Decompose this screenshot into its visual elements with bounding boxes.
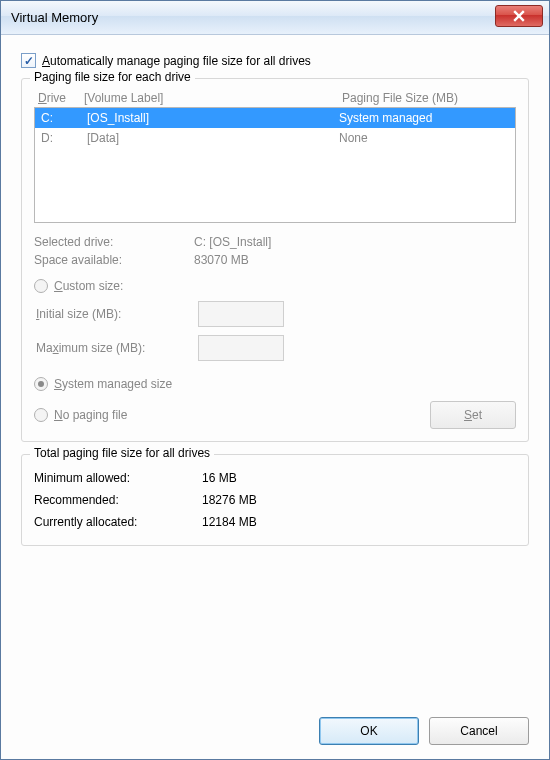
- auto-manage-checkbox[interactable]: ✓: [21, 53, 36, 68]
- space-available-label: Space available:: [34, 253, 194, 267]
- no-paging-label: No paging file: [54, 408, 127, 422]
- drive-info: Selected drive: C: [OS_Install] Space av…: [34, 233, 516, 269]
- set-button[interactable]: Set: [430, 401, 516, 429]
- selected-drive-label: Selected drive:: [34, 235, 194, 249]
- no-paging-radio[interactable]: [34, 408, 48, 422]
- drive-paging-size: System managed: [339, 111, 509, 125]
- minimum-allowed-label: Minimum allowed:: [34, 471, 202, 485]
- window-title: Virtual Memory: [11, 10, 495, 25]
- drive-letter: D:: [41, 131, 87, 145]
- system-managed-label: System managed size: [54, 377, 172, 391]
- currently-allocated-label: Currently allocated:: [34, 515, 202, 529]
- auto-manage-label: Automatically manage paging file size fo…: [42, 54, 311, 68]
- recommended-label: Recommended:: [34, 493, 202, 507]
- drives-fieldset-title: Paging file size for each drive: [30, 70, 195, 84]
- custom-size-radio[interactable]: [34, 279, 48, 293]
- drive-volume-label: [OS_Install]: [87, 111, 339, 125]
- auto-manage-row: ✓ Automatically manage paging file size …: [21, 53, 529, 68]
- drives-fieldset: Paging file size for each drive Drive [V…: [21, 78, 529, 442]
- selected-drive-value: C: [OS_Install]: [194, 235, 516, 249]
- drive-list-header: Drive [Volume Label] Paging File Size (M…: [34, 87, 516, 107]
- header-drive: Drive: [38, 91, 84, 105]
- currently-allocated-value: 12184 MB: [202, 515, 257, 529]
- totals-fieldset-title: Total paging file size for all drives: [30, 446, 214, 460]
- minimum-allowed-value: 16 MB: [202, 471, 237, 485]
- close-button[interactable]: [495, 5, 543, 27]
- no-paging-inner: No paging file: [34, 408, 430, 422]
- cancel-button[interactable]: Cancel: [429, 717, 529, 745]
- dialog-buttons: OK Cancel: [21, 705, 529, 745]
- no-paging-row: No paging file Set: [34, 401, 516, 429]
- initial-size-label: Initial size (MB):: [36, 307, 198, 321]
- custom-size-row: Custom size:: [34, 279, 516, 293]
- space-available-value: 83070 MB: [194, 253, 516, 267]
- drive-row[interactable]: D: [Data] None: [35, 128, 515, 148]
- header-paging-size: Paging File Size (MB): [342, 91, 512, 105]
- maximum-size-row: Maximum size (MB):: [34, 335, 516, 361]
- titlebar: Virtual Memory: [1, 1, 549, 35]
- recommended-value: 18276 MB: [202, 493, 257, 507]
- initial-size-input[interactable]: [198, 301, 284, 327]
- close-icon: [513, 10, 525, 22]
- drive-row[interactable]: C: [OS_Install] System managed: [35, 108, 515, 128]
- initial-size-row: Initial size (MB):: [34, 301, 516, 327]
- custom-size-label: Custom size:: [54, 279, 123, 293]
- header-volume-label: [Volume Label]: [84, 91, 342, 105]
- totals-fieldset: Total paging file size for all drives Mi…: [21, 454, 529, 546]
- virtual-memory-dialog: Virtual Memory ✓ Automatically manage pa…: [0, 0, 550, 760]
- totals-grid: Minimum allowed: 16 MB Recommended: 1827…: [34, 467, 516, 533]
- system-managed-radio[interactable]: [34, 377, 48, 391]
- ok-button[interactable]: OK: [319, 717, 419, 745]
- maximum-size-label: Maximum size (MB):: [36, 341, 198, 355]
- drive-letter: C:: [41, 111, 87, 125]
- dialog-content: ✓ Automatically manage paging file size …: [1, 35, 549, 759]
- drive-volume-label: [Data]: [87, 131, 339, 145]
- drive-paging-size: None: [339, 131, 509, 145]
- system-managed-row: System managed size: [34, 377, 516, 391]
- drive-list[interactable]: C: [OS_Install] System managed D: [Data]…: [34, 107, 516, 223]
- maximum-size-input[interactable]: [198, 335, 284, 361]
